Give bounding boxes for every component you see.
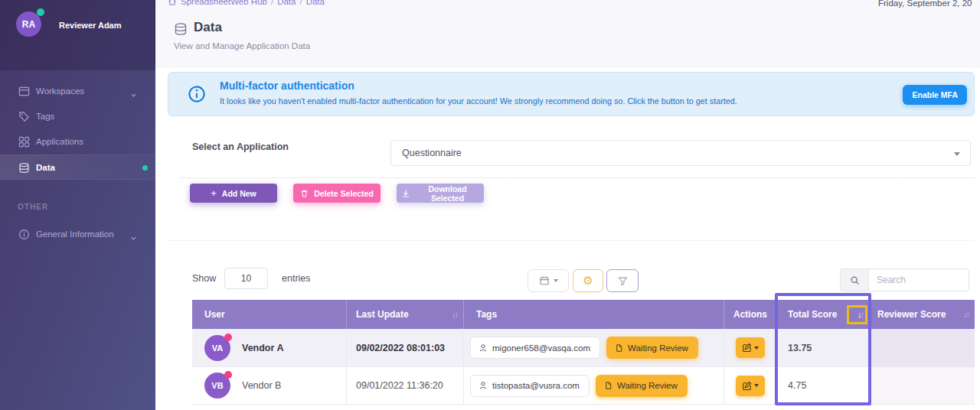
- total-score-value: 4.75: [777, 380, 806, 391]
- column-header-last-update[interactable]: Last Update ↓↑: [346, 300, 463, 329]
- sidebar-item-label: Applications: [36, 137, 83, 146]
- user-cell: VA Vendor A: [192, 329, 346, 366]
- sort-icon-active[interactable]: ↓↑: [858, 300, 863, 329]
- last-update-value: 09/01/2022 11:36:20: [356, 380, 443, 391]
- breadcrumb-link[interactable]: Data: [277, 0, 296, 6]
- sidebar: RA Reviewer Adam Workspaces Tags Appl: [0, 0, 155, 410]
- reviewer-score-cell: [869, 329, 975, 366]
- show-label: Show: [192, 273, 216, 284]
- download-selected-button[interactable]: Download Selected: [397, 184, 484, 203]
- breadcrumb-current: Data: [306, 0, 325, 6]
- enable-mfa-button[interactable]: Enable MFA: [903, 85, 967, 105]
- file-icon: [604, 381, 612, 390]
- column-header-total-score[interactable]: Total Score ↓↑: [776, 300, 869, 329]
- edit-actions-button[interactable]: [736, 337, 765, 358]
- section-divider: [168, 240, 975, 241]
- user-cell: VB Vendor B: [192, 367, 346, 404]
- mfa-banner-title: Multi-factor authentication: [220, 80, 354, 92]
- search-input[interactable]: [868, 268, 969, 291]
- entries-label: entries: [282, 273, 311, 284]
- database-icon: [18, 162, 30, 177]
- status-tag-chip[interactable]: Waiting Review: [606, 337, 698, 359]
- column-header-actions[interactable]: Actions: [724, 300, 776, 329]
- reviewer-score-cell: [869, 367, 975, 404]
- notification-dot: [224, 371, 232, 379]
- chevron-down-icon: [130, 231, 137, 245]
- sort-icon[interactable]: ↓↑: [452, 300, 457, 329]
- info-circle-icon: [188, 85, 206, 103]
- settings-gear-button[interactable]: ⚙: [573, 269, 603, 292]
- last-update-value: 09/02/2022 08:01:03: [356, 343, 445, 353]
- sort-icon[interactable]: ↓↑: [963, 300, 969, 329]
- sidebar-item-label: Tags: [36, 112, 54, 121]
- plus-icon: +: [211, 187, 217, 199]
- mfa-banner-message: It looks like you haven't enabled multi-…: [220, 96, 737, 106]
- total-score-cell: 13.75: [776, 329, 869, 366]
- app-window: RA Reviewer Adam Workspaces Tags Appl: [0, 0, 980, 410]
- edit-icon: [742, 381, 752, 391]
- application-select[interactable]: Questionnaire: [390, 140, 971, 166]
- edit-actions-button[interactable]: [736, 376, 765, 396]
- status-tag-label: Waiting Review: [617, 381, 678, 390]
- avatar-initials: VA: [212, 343, 223, 353]
- table-header: User Last Update ↓↑ Tags Actions Total S…: [192, 300, 975, 329]
- home-icon: [168, 0, 177, 6]
- vendor-name: Vendor B: [242, 380, 281, 391]
- last-update-cell: 09/01/2022 11:36:20: [346, 367, 463, 404]
- user-name: Reviewer Adam: [59, 21, 122, 30]
- actions-cell: [724, 329, 776, 366]
- email-tag-chip[interactable]: tistopasta@vusra.com: [470, 375, 590, 397]
- table-row[interactable]: VA Vendor A 09/02/2022 08:01:03 migoner6…: [192, 329, 975, 367]
- sidebar-item-label: Workspaces: [36, 86, 84, 96]
- application-select-value: Questionnaire: [402, 148, 462, 158]
- current-date: Friday, September 2, 20: [878, 0, 972, 8]
- last-update-cell: 09/02/2022 08:01:03: [346, 329, 463, 366]
- sidebar-item-general-information[interactable]: General Information: [0, 222, 155, 247]
- user-icon: [479, 381, 488, 390]
- column-label: Last Update: [356, 309, 409, 320]
- total-score-cell: 4.75: [776, 367, 869, 404]
- page-title: Data: [194, 20, 222, 35]
- user-profile[interactable]: RA Reviewer Adam: [0, 0, 155, 70]
- column-header-user[interactable]: User: [192, 300, 346, 329]
- column-label: Actions: [733, 309, 767, 320]
- email-tag-label: migoner658@vasqa.com: [492, 343, 590, 353]
- breadcrumb-separator: /: [271, 0, 273, 6]
- vendor-name: Vendor A: [242, 343, 283, 353]
- sidebar-item-workspaces[interactable]: Workspaces: [0, 79, 155, 104]
- date-filter-button[interactable]: [528, 269, 569, 292]
- avatar-initials: RA: [22, 19, 35, 30]
- add-new-button[interactable]: + Add New: [190, 184, 277, 203]
- column-label: User: [204, 309, 225, 320]
- edit-icon: [742, 343, 752, 353]
- delete-selected-button[interactable]: Delete Selected: [293, 184, 381, 203]
- total-score-value: 13.75: [777, 343, 812, 353]
- download-selected-label: Download Selected: [416, 184, 479, 203]
- data-notification-dot: [142, 165, 148, 171]
- column-header-tags[interactable]: Tags: [463, 300, 724, 329]
- status-tag-chip[interactable]: Waiting Review: [596, 375, 688, 397]
- email-tag-chip[interactable]: migoner658@vasqa.com: [470, 337, 600, 359]
- breadcrumb-home-link[interactable]: SpreadsheetWeb Hub: [181, 0, 267, 6]
- workspaces-icon: [18, 86, 30, 100]
- column-label: Total Score: [788, 309, 837, 320]
- gear-icon: ⚙: [583, 274, 593, 288]
- table-row[interactable]: VB Vendor B 09/01/2022 11:36:20 tistopas…: [192, 367, 975, 405]
- sidebar-item-tags[interactable]: Tags: [0, 104, 155, 129]
- filter-button[interactable]: [606, 269, 639, 292]
- delete-selected-label: Delete Selected: [314, 189, 374, 198]
- trash-icon: [300, 189, 309, 198]
- notification-dot: [224, 334, 232, 341]
- info-icon: [18, 229, 30, 243]
- online-status-dot: [37, 8, 44, 16]
- chevron-down-icon: [754, 347, 759, 350]
- actions-cell: [724, 367, 776, 404]
- breadcrumb: SpreadsheetWeb Hub / Data / Data: [168, 0, 325, 6]
- applications-grid-icon: [18, 136, 30, 151]
- entries-count-select[interactable]: 10: [224, 268, 268, 289]
- chevron-down-icon: [130, 88, 137, 102]
- sidebar-item-data[interactable]: Data: [0, 155, 155, 180]
- column-header-reviewer-score[interactable]: Reviewer Score ↓↑: [869, 300, 975, 329]
- sidebar-item-applications[interactable]: Applications: [0, 129, 155, 155]
- file-icon: [615, 343, 623, 353]
